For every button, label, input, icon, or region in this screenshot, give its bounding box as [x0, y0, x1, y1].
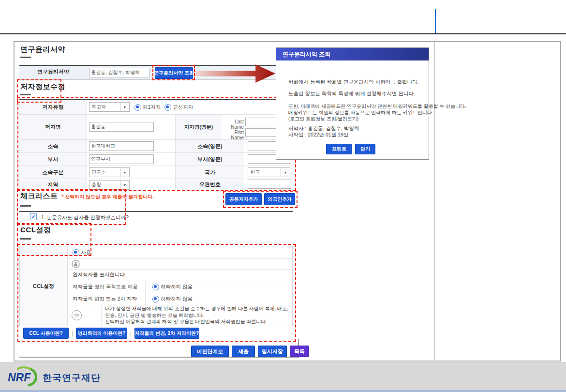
- radio-first-author-label: 제1저자: [143, 104, 161, 110]
- help-commercial-button[interactable]: 영리목적의 이용이란?: [76, 328, 127, 339]
- ccl-commercial-cell-divider: [145, 281, 146, 293]
- chevron-down-icon[interactable]: ▼: [120, 181, 129, 189]
- popup-line5: (로그인 회원정보 조회/불러오기): [288, 116, 358, 122]
- affil-type-dropdown[interactable]: 연구소 ▼: [89, 167, 130, 177]
- ccl-help-row: CCL 사용이란? | 영리목적의 이용이란? | 저작물의 변경, 2차 저작…: [23, 328, 199, 339]
- page-title-underline: [20, 57, 31, 58]
- author-name-label: 저자명: [19, 115, 87, 139]
- similarity-checkbox[interactable]: ✔: [30, 213, 37, 220]
- ccl-cc-text2: 선택하신 이용허락 관계의 해석 및 규율은 대한민국의 저작권법을 따릅니다.: [105, 319, 267, 324]
- submit-button[interactable]: 제출: [232, 346, 255, 357]
- ccl-derivative-row: 저작물의 변경 또는 2차 저작 허락하지 않음: [68, 293, 292, 305]
- affiliation-en-label: 소속(영문): [176, 140, 244, 152]
- ccl-title-underline: [20, 238, 31, 240]
- pledge-lookup-button[interactable]: 연구윤리서약 조회: [155, 67, 193, 79]
- help-derivative-button[interactable]: 저작물의 변경, 2차 저작이란?: [134, 328, 199, 339]
- popup-line3: 또한, 아래쪽에 제공해드린 연구윤리서약 관련한 매핑키워드를 활용할 수 있…: [288, 103, 466, 110]
- ccl-commercial-row: 저작물을 영리 목적으로 이용 허락하지 않음: [68, 281, 292, 293]
- footer: NRF 한국연구재단: [0, 362, 566, 390]
- ccl-use-label: 사용: [81, 249, 91, 256]
- help-ccl-button[interactable]: CCL 사용이란?: [23, 328, 69, 339]
- ccl-derivative-cell-divider: [145, 293, 146, 305]
- chevron-down-icon[interactable]: ▼: [120, 168, 129, 177]
- last-name-label: Last Name: [222, 119, 244, 130]
- add-coauthor-button[interactable]: 공동저자추가: [225, 193, 262, 205]
- chevron-down-icon[interactable]: ▼: [120, 103, 129, 111]
- ccl-derivative-label: 저작물의 변경 또는 2차 저작: [73, 296, 145, 302]
- author-type-radios: 제1저자교신저자: [134, 103, 197, 111]
- popup-line2: 노출된 정보는 학회의 특성에 맞게 설정해주시면 됩니다.: [288, 90, 415, 97]
- checklist-divider: [19, 211, 293, 212]
- ccl-cc-row: cc 내가 생성한 저작물에 대해 위의 조건을 준수하는 경우에 한해 다른 …: [68, 305, 292, 326]
- footer-org-name: 한국연구재단: [43, 372, 101, 384]
- author-type-dropdown[interactable]: 투고자 ▼: [89, 102, 130, 112]
- popup-titlebar: 연구윤리서약 조회: [276, 48, 429, 60]
- first-name-label: First Name: [222, 130, 244, 140]
- content-column-divider: [434, 42, 435, 360]
- top-horizontal-rule: [0, 33, 566, 34]
- ccl-use-radio[interactable]: [73, 249, 79, 256]
- affiliation-input[interactable]: [89, 141, 154, 151]
- affil-type-label: 소속구분: [19, 166, 87, 179]
- help-separator: |: [72, 331, 73, 336]
- ccl-derivative-value: 허락하지 않음: [161, 296, 193, 302]
- popup-title: 연구윤리서약 조회: [283, 50, 330, 59]
- zip-input[interactable]: [248, 180, 291, 189]
- popup-close-button[interactable]: 닫기: [355, 144, 375, 154]
- chevron-down-icon[interactable]: ▼: [281, 168, 290, 177]
- country-label: 국가: [176, 166, 244, 179]
- dept-label: 부서: [19, 153, 87, 166]
- pledge-label: 연구윤리서약: [19, 68, 87, 75]
- page-title: 연구윤리서약: [20, 45, 65, 54]
- ccl-header-cell: CCL설정: [20, 246, 68, 326]
- affil-type-value: 연구소: [89, 169, 120, 176]
- ccl-commercial-label: 저작물을 영리 목적으로 이용: [73, 284, 145, 290]
- ccl-commercial-radio[interactable]: [152, 284, 159, 290]
- checklist-title-text: 체크리스트: [20, 192, 58, 200]
- dept-input[interactable]: [89, 154, 154, 164]
- pledge-names-input[interactable]: [89, 68, 150, 77]
- ccl-commercial-value: 허락하지 않음: [161, 284, 193, 290]
- top-vertical-divider: [435, 9, 436, 34]
- dept-en-label: 부서(영문): [176, 153, 244, 166]
- ccl-by-row: [68, 258, 292, 270]
- region-dropdown[interactable]: 충청 ▼: [89, 180, 130, 190]
- content-bottom-rule: [19, 357, 299, 358]
- ccl-cc-text1: 내가 생성한 저작물에 대해 위의 조건을 준수하는 경우에 한해 다른 사람이…: [105, 306, 288, 318]
- prev-step-button[interactable]: 이전단계로: [191, 346, 229, 357]
- help-separator: |: [130, 331, 132, 336]
- similarity-check-label: 1. 논문유사도 검사를 진행하셨습니까?: [41, 214, 129, 221]
- footer-accent-strip: [0, 390, 566, 392]
- author-name-en-label: 저자명(영문): [176, 115, 222, 139]
- popup-signer: 서약자 : 홍길동, 김철수, 박영희: [288, 125, 359, 132]
- popup-line1: 학회에서 등록된 학회별 연구윤리서약 사항이 노출됩니다.: [288, 79, 419, 86]
- ccl-use-row: 사용: [68, 246, 292, 259]
- affiliation-label: 소속: [19, 140, 87, 152]
- zip-label: 우편번호: [176, 179, 244, 190]
- temp-save-button[interactable]: 임시저장: [258, 346, 287, 357]
- radio-first-author[interactable]: [134, 104, 141, 111]
- cc-icon: cc: [72, 310, 82, 320]
- page: 연구윤리서약 연구윤리서약 연구윤리서약 조회 저자정보수정 저자유형 투고자 …: [0, 0, 566, 392]
- popup-date: 서약일 : 2022년 01월 19일: [288, 132, 348, 138]
- add-foreigner-button[interactable]: 외국인추가: [264, 193, 295, 205]
- nrf-logo: NRF: [7, 366, 41, 390]
- ccl-by-caption-row: 원저작자를 표시합니다.: [68, 269, 292, 281]
- author-name-input[interactable]: [89, 122, 154, 132]
- checklist-section-title: 체크리스트* 선택하지 않으실 경우 제출이 불가합니다.: [20, 192, 154, 201]
- country-value: 한국: [248, 169, 281, 176]
- pledge-lookup-popup: 연구윤리서약 조회 학회에서 등록된 학회별 연구윤리서약 사항이 노출됩니다.…: [276, 47, 429, 160]
- country-dropdown[interactable]: 한국 ▼: [248, 167, 290, 177]
- radio-corresponding-author[interactable]: [164, 104, 171, 111]
- region-value: 충청: [89, 181, 120, 188]
- nrf-logo-text: NRF: [8, 371, 31, 384]
- author-type-value: 투고자: [89, 104, 120, 110]
- radio-corresponding-author-label: 교신저자: [173, 104, 193, 110]
- author-type-label: 저자유형: [19, 100, 87, 114]
- popup-print-button[interactable]: 프린트: [326, 144, 352, 154]
- ccl-by-caption: 원저작자를 표시합니다.: [73, 271, 126, 278]
- cc-by-person-icon: [72, 260, 80, 268]
- ccl-section-title: CCL설정: [20, 226, 51, 235]
- list-button[interactable]: 목록: [290, 346, 309, 357]
- ccl-derivative-radio[interactable]: [152, 296, 159, 302]
